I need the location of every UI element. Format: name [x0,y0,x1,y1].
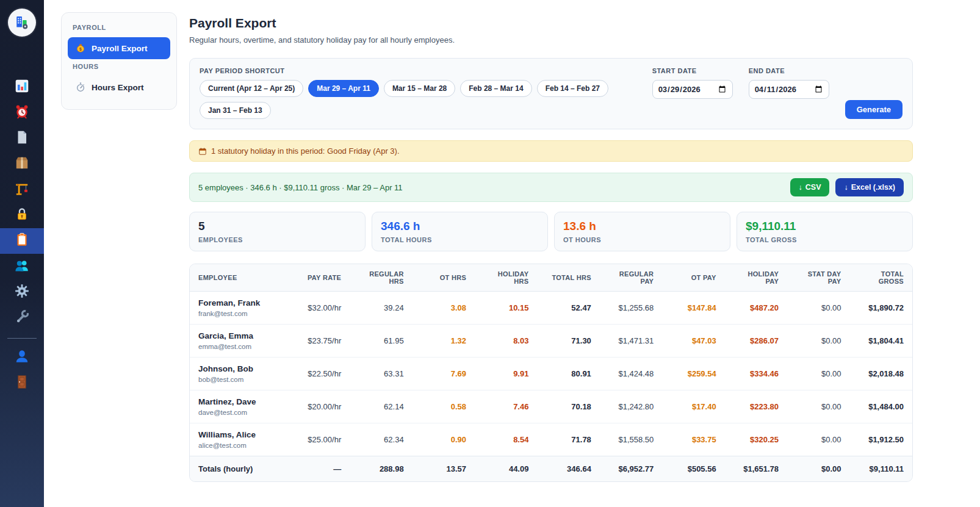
regular-hrs-cell: 61.95 [350,325,412,358]
stat-day-pay-cell: $0.00 [787,358,849,390]
pay-period-chip-4[interactable]: Feb 14 – Feb 27 [537,80,608,97]
total-gross-cell: $1,804.41 [849,325,912,358]
ot-pay-cell: $47.03 [662,325,724,358]
table-header-row: EMPLOYEEPAY RATEREGULAR HRSOT HRSHOLIDAY… [190,264,912,292]
totals-ot-hrs-cell: 13.57 [413,456,475,482]
wrench-icon [14,309,30,327]
total-hrs-cell: 71.78 [537,423,599,456]
person-icon [14,348,30,367]
csv-download-button[interactable]: ↓ CSV [790,178,830,196]
stat-cards: 5EMPLOYEES346.6 hTOTAL HOURS13.6 hOT HOU… [189,212,913,251]
main-content: Payroll Export Regular hours, overtime, … [189,16,913,506]
employee-cell: Johnson, Bobbob@test.com [190,358,287,390]
stat-card-employees: 5EMPLOYEES [189,212,366,251]
pay-period-chip-0[interactable]: Current (Apr 12 – Apr 25) [200,80,303,97]
table-row: Garcia, Emmaemma@test.com$23.75/hr61.951… [190,325,912,358]
end-date-input[interactable] [749,80,829,99]
regular-hrs-cell: 63.31 [350,358,412,390]
rail-item-wrench[interactable] [0,305,44,331]
employee-name: Martinez, Dave [198,397,279,406]
download-icon: ↓ [799,183,802,192]
rail-item-bar-chart[interactable] [0,74,44,100]
csv-button-label: CSV [805,183,821,192]
stat-card-total-gross: $9,110.11TOTAL GROSS [737,212,913,251]
app-logo[interactable] [8,9,36,37]
subnav-section-title: HOURS [73,63,165,70]
table-row: Johnson, Bobbob@test.com$22.50/hr63.317.… [190,358,912,390]
subnav-item-hours-export[interactable]: Hours Export [68,76,170,98]
column-header-4: HOLIDAY HRS [475,264,537,292]
download-icon: ↓ [844,183,848,192]
holiday-pay-cell: $223.80 [725,390,787,423]
subnav-item-payroll-export[interactable]: $Payroll Export [68,37,170,59]
pay-period-chip-5[interactable]: Jan 31 – Feb 13 [200,102,271,119]
column-header-6: REGULAR PAY [600,264,662,292]
payroll-table-container: EMPLOYEEPAY RATEREGULAR HRSOT HRSHOLIDAY… [189,264,913,482]
rail-item-door[interactable] [0,370,44,396]
rail-item-lock[interactable] [0,203,44,228]
banner-text: 1 statutory holiday in this period: Good… [211,146,400,156]
regular-hrs-cell: 39.24 [350,292,412,325]
pay-period-chip-2[interactable]: Mar 15 – Mar 28 [384,80,455,97]
ot-pay-cell: $147.84 [662,292,724,325]
regular-pay-cell: $1,242.80 [600,390,662,423]
pay-rate-cell: $32.00/hr [287,292,350,325]
start-date-input[interactable] [652,80,733,99]
column-header-1: PAY RATE [287,264,350,292]
rail-item-alarm-clock[interactable] [0,100,44,126]
employee-cell: Garcia, Emmaemma@test.com [190,325,287,358]
table-row: Williams, Alicealice@test.com$25.00/hr62… [190,423,912,456]
rail-item-clipboard[interactable] [0,228,44,254]
payroll-table: EMPLOYEEPAY RATEREGULAR HRSOT HRSHOLIDAY… [190,264,912,481]
total-gross-cell: $2,018.48 [849,358,912,390]
pay-rate-cell: $23.75/hr [287,325,350,358]
subnav-item-label: Payroll Export [92,44,148,53]
regular-hrs-cell: 62.14 [350,390,412,423]
totals-holiday-pay-cell: $1,651.78 [725,456,787,482]
pay-period-chip-1[interactable]: Mar 29 – Apr 11 [308,80,379,97]
table-row: Martinez, Davedave@test.com$20.00/hr62.1… [190,390,912,423]
buildings-gear-logo-icon [13,14,31,31]
rail-item-package[interactable] [0,151,44,177]
svg-text:$: $ [79,47,82,52]
ot-pay-cell: $17.40 [662,390,724,423]
excel-download-button[interactable]: ↓ Excel (.xlsx) [835,178,904,196]
totals-label-cell: Totals (hourly) [190,456,287,482]
rail-item-document[interactable] [0,126,44,151]
stat-value: 346.6 h [381,220,539,233]
rail-item-crane[interactable] [0,177,44,203]
subnav-panel: PAYROLL$Payroll ExportHOURSHours Export [61,12,177,110]
rail-main-group [0,74,44,331]
column-header-10: TOTAL GROSS [849,264,912,292]
statutory-holiday-banner: 1 statutory holiday in this period: Good… [189,140,913,162]
holiday-hrs-cell: 8.54 [475,423,537,456]
employee-name: Johnson, Bob [198,364,279,373]
total-hrs-cell: 71.30 [537,325,599,358]
stat-day-pay-cell: $0.00 [787,390,849,423]
subnav-section-title: PAYROLL [73,24,165,31]
regular-hrs-cell: 62.34 [350,423,412,456]
employee-name: Foreman, Frank [198,298,279,307]
door-icon [14,374,30,392]
table-totals-row: Totals (hourly)—288.9813.5744.09346.64$6… [190,456,912,482]
rail-item-people[interactable] [0,254,44,279]
stat-day-pay-cell: $0.00 [787,423,849,456]
totals-total-gross-cell: $9,110.11 [849,456,912,482]
pay-period-controls: PAY PERIOD SHORTCUT Current (Apr 12 – Ap… [189,58,913,129]
totals-regular-pay-cell: $6,952.77 [600,456,662,482]
rail-item-gear[interactable] [0,279,44,305]
export-summary-bar: 5 employees · 346.6 h · $9,110.11 gross … [189,173,913,202]
pay-period-chip-3[interactable]: Feb 28 – Mar 14 [460,80,531,97]
rail-divider [7,338,37,339]
total-hrs-cell: 70.18 [537,390,599,423]
rail-item-person[interactable] [0,345,44,370]
total-hrs-cell: 80.91 [537,358,599,390]
end-date-label: END DATE [749,67,829,74]
ot-hrs-cell: 3.08 [413,292,475,325]
holiday-hrs-cell: 9.91 [475,358,537,390]
generate-button[interactable]: Generate [845,100,903,119]
stat-day-pay-cell: $0.00 [787,292,849,325]
money-bag-icon: $ [75,43,86,54]
stat-card-total-hours: 346.6 hTOTAL HOURS [372,212,548,251]
totals-ot-pay-cell: $505.56 [662,456,724,482]
